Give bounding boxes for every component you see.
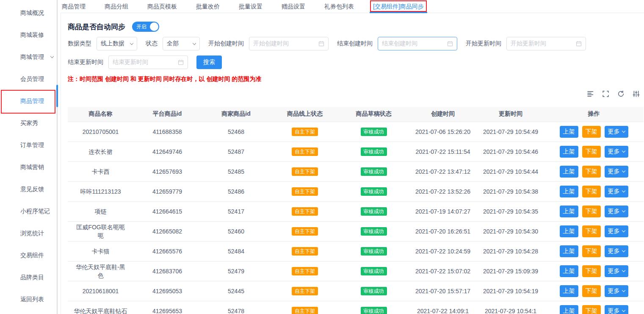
tab[interactable]: 赠品设置 <box>282 0 305 13</box>
updated-time: 2021-07-29 10:54:19 <box>481 287 540 295</box>
tab[interactable]: 商品页模板 <box>147 0 177 13</box>
draft-status-badge: 审核成功 <box>361 167 387 176</box>
created-time: 2021-07-06 15:26:20 <box>414 128 472 136</box>
sidebar-item[interactable]: 品牌类目 <box>0 267 55 289</box>
sidebar-item-label: 意见反馈 <box>20 186 44 193</box>
platform-product-id: 412659779 <box>133 181 201 201</box>
more-button-label: 更多 <box>608 307 620 314</box>
date-input[interactable]: 开始更新时间 <box>506 37 586 50</box>
column-settings-icon[interactable] <box>633 90 640 97</box>
more-button[interactable]: 更多 <box>605 245 628 257</box>
tab-label: [交易组件]商品同步 <box>373 3 424 10</box>
more-button[interactable]: 更多 <box>605 166 628 178</box>
on-shelf-button[interactable]: 上架 <box>560 126 578 138</box>
tab[interactable]: [交易组件]商品同步 <box>373 0 424 13</box>
row-actions: 上架 下架 更多 <box>544 186 644 197</box>
date-input[interactable]: 开始创建时间 <box>249 37 329 50</box>
refresh-icon[interactable] <box>617 90 625 97</box>
on-shelf-button[interactable]: 上架 <box>560 225 578 237</box>
tab[interactable]: 批量设置 <box>239 0 263 13</box>
sidebar-scrollbar-thumb[interactable] <box>56 85 58 107</box>
more-button[interactable]: 更多 <box>605 225 628 237</box>
online-status-badge: 自主下架 <box>292 267 318 275</box>
updated-time: 2021-07-29 10:54:38 <box>481 187 540 196</box>
sidebar-item[interactable]: 买家秀 <box>0 112 55 134</box>
more-button[interactable]: 更多 <box>605 146 628 158</box>
more-button[interactable]: 更多 <box>605 305 628 314</box>
tab[interactable]: 商品管理 <box>62 0 86 13</box>
sidebar-item[interactable]: 返回列表 <box>0 289 55 311</box>
platform-product-id: 412664615 <box>133 201 201 221</box>
on-shelf-button[interactable]: 上架 <box>560 265 578 277</box>
auto-sync-toggle[interactable]: 开启 <box>132 22 159 32</box>
main-panel: 商品管理 商品分组 商品页模板 批量改价 批量设置 赠品设置 礼券包列表 [交易… <box>61 0 644 314</box>
sidebar-item[interactable]: 会员管理 <box>0 68 55 90</box>
sidebar-item[interactable]: 订单管理 <box>0 134 55 156</box>
chevron-down-icon <box>622 149 625 153</box>
tab[interactable]: 商品分组 <box>105 0 128 13</box>
tab[interactable]: 礼券包列表 <box>324 0 354 13</box>
tab[interactable]: 批量改价 <box>196 0 220 13</box>
sidebar-item[interactable]: 商品管理 <box>0 90 55 112</box>
on-shelf-button[interactable]: 上架 <box>560 186 578 197</box>
date-placeholder: 结束创建时间 <box>382 40 417 47</box>
sidebar-item[interactable]: 意见反馈 <box>0 178 55 200</box>
sidebar-item[interactable]: 浏览统计 <box>0 222 55 245</box>
date-input[interactable]: 结束更新时间 <box>108 56 188 69</box>
sidebar-item[interactable]: 商城营销 <box>0 156 55 178</box>
off-shelf-button[interactable]: 下架 <box>582 186 601 197</box>
fullscreen-icon[interactable] <box>602 90 609 97</box>
search-button[interactable]: 搜索 <box>196 56 222 69</box>
merchant-product-id: 52460 <box>201 221 271 241</box>
on-shelf-button[interactable]: 上架 <box>560 166 578 178</box>
sidebar-item[interactable]: 交易组件 <box>0 245 55 267</box>
product-name: 20210705001 <box>74 128 127 136</box>
online-status-badge: 自主下架 <box>292 287 318 295</box>
more-button[interactable]: 更多 <box>605 285 628 297</box>
off-shelf-button[interactable]: 下架 <box>582 166 601 178</box>
auto-sync-row: 商品是否自动同步 开启 <box>68 22 644 32</box>
off-shelf-button[interactable]: 下架 <box>582 206 601 217</box>
sidebar-item[interactable]: 商城概况 <box>0 2 55 24</box>
filter-label: 状态 <box>146 40 158 47</box>
sidebar-item-label: 商城概况 <box>20 9 44 17</box>
off-shelf-button[interactable]: 下架 <box>582 225 601 237</box>
row-actions: 上架 下架 更多 <box>544 225 644 237</box>
sidebar-item[interactable]: 商城装修 <box>0 24 55 46</box>
off-shelf-button[interactable]: 下架 <box>582 305 601 314</box>
off-shelf-button[interactable]: 下架 <box>582 265 601 277</box>
more-button[interactable]: 更多 <box>605 265 628 277</box>
off-shelf-button[interactable]: 下架 <box>582 285 601 297</box>
column-header: 平台商品id <box>133 107 201 122</box>
more-button[interactable]: 更多 <box>605 186 628 197</box>
select-dropdown[interactable]: 全部 <box>163 37 200 50</box>
table-header-row: 商品名称平台商品id商家商品id商品线上状态商品草稿状态创建时间更新时间操作 <box>68 107 644 122</box>
date-input[interactable]: 结束创建时间 <box>378 37 457 50</box>
off-shelf-button[interactable]: 下架 <box>582 146 601 158</box>
off-shelf-button[interactable]: 下架 <box>582 245 601 257</box>
column-header: 商品名称 <box>68 107 133 122</box>
tab-label: 商品管理 <box>62 3 86 10</box>
tab-label: 批量设置 <box>239 3 263 10</box>
on-shelf-button[interactable]: 上架 <box>560 285 578 297</box>
off-shelf-button[interactable]: 下架 <box>582 126 601 138</box>
density-icon[interactable] <box>587 90 594 97</box>
sidebar-item[interactable]: 商城管理 <box>0 46 55 68</box>
on-shelf-button[interactable]: 上架 <box>560 146 578 158</box>
sidebar-item-label: 订单管理 <box>20 142 44 149</box>
more-button[interactable]: 更多 <box>605 126 628 138</box>
chevron-down-icon <box>622 269 625 272</box>
updated-time: 2021-07-29 10:54:44 <box>481 167 540 176</box>
on-shelf-button[interactable]: 上架 <box>560 245 578 257</box>
on-shelf-button[interactable]: 上架 <box>560 206 578 217</box>
table-row: 匡威FOG联名呃呃呃 412665082 52460 自主下架 审核成功 202… <box>68 221 644 241</box>
created-time: 2021-07-22 15:11:54 <box>414 147 472 156</box>
content-panel: 商品是否自动同步 开启 数据类型 线上数据 状态 全部 开始创建时间 开始创建时… <box>61 13 644 314</box>
select-dropdown[interactable]: 线上数据 <box>97 37 137 50</box>
row-actions: 上架 下架 更多 <box>544 206 644 217</box>
platform-product-id: 412695653 <box>133 301 201 314</box>
more-button[interactable]: 更多 <box>605 206 628 217</box>
draft-status-badge: 审核成功 <box>361 128 387 136</box>
sidebar-item[interactable]: 小程序笔记 <box>0 200 55 222</box>
on-shelf-button[interactable]: 上架 <box>560 305 578 314</box>
